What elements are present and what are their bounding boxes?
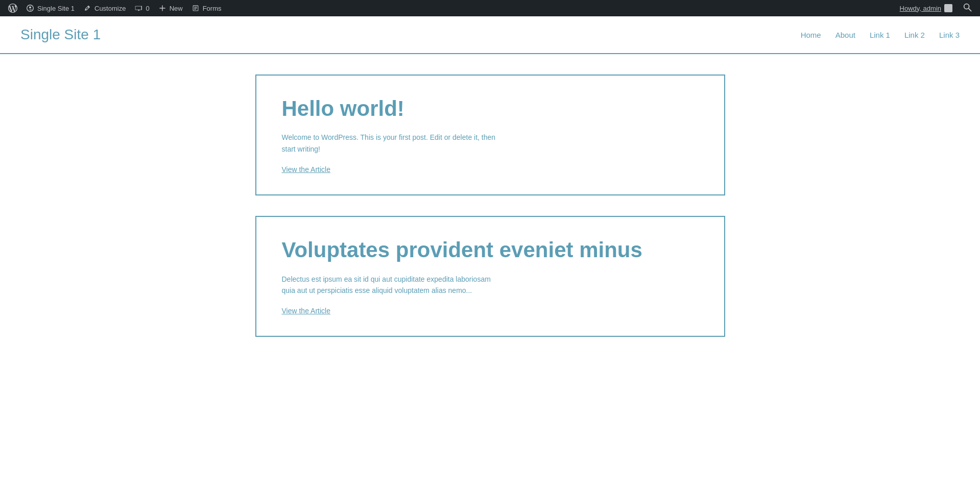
adminbar-howdy[interactable]: Howdy, admin (896, 4, 957, 12)
adminbar-new[interactable]: New (154, 0, 187, 16)
site-icon (26, 4, 35, 13)
article-card-1: Hello world! Welcome to WordPress. This … (255, 75, 725, 195)
site-header: Single Site 1 Home About Link 1 Link 2 L… (0, 16, 980, 54)
adminbar-site-label: Single Site 1 (37, 5, 75, 12)
article-title-2: Voluptates provident eveniet minus (282, 237, 699, 263)
adminbar-new-label: New (170, 5, 183, 12)
admin-bar: Single Site 1 Customize 0 New Forms (0, 0, 980, 16)
adminbar-forms[interactable]: Forms (187, 0, 226, 16)
wordpress-logo-icon (8, 4, 17, 13)
adminbar-forms-label: Forms (203, 5, 222, 12)
main-content: Hello world! Welcome to WordPress. This … (245, 54, 735, 367)
svg-point-1 (964, 4, 969, 9)
site-title[interactable]: Single Site 1 (20, 27, 101, 43)
comments-icon (134, 4, 143, 13)
nav-link3[interactable]: Link 3 (939, 31, 960, 39)
nav-link2[interactable]: Link 2 (904, 31, 925, 39)
adminbar-howdy-text: Howdy, admin (900, 5, 941, 12)
adminbar-comments[interactable]: 0 (130, 0, 153, 16)
article-title-1: Hello world! (282, 96, 699, 121)
customize-icon (83, 4, 92, 13)
plus-icon (158, 4, 167, 13)
adminbar-customize-label: Customize (94, 5, 126, 12)
article-link-1[interactable]: View the Article (282, 165, 330, 174)
svg-line-2 (969, 9, 971, 11)
adminbar-customize[interactable]: Customize (79, 0, 130, 16)
adminbar-search-button[interactable] (959, 0, 976, 16)
search-icon (963, 3, 972, 14)
article-excerpt-2: Delectus est ipsum ea sit id qui aut cup… (282, 274, 496, 297)
adminbar-site-name[interactable]: Single Site 1 (21, 0, 79, 16)
nav-link1[interactable]: Link 1 (870, 31, 890, 39)
adminbar-wp-logo[interactable] (4, 0, 21, 16)
site-nav: Home About Link 1 Link 2 Link 3 (801, 31, 960, 39)
forms-icon (191, 4, 200, 13)
article-card-2: Voluptates provident eveniet minus Delec… (255, 216, 725, 337)
nav-about[interactable]: About (835, 31, 855, 39)
adminbar-items: Single Site 1 Customize 0 New Forms (4, 0, 896, 16)
admin-avatar (944, 4, 952, 12)
nav-home[interactable]: Home (801, 31, 821, 39)
adminbar-comments-label: 0 (146, 5, 149, 12)
article-link-2[interactable]: View the Article (282, 307, 330, 315)
adminbar-right: Howdy, admin (896, 0, 976, 16)
article-excerpt-1: Welcome to WordPress. This is your first… (282, 132, 496, 155)
